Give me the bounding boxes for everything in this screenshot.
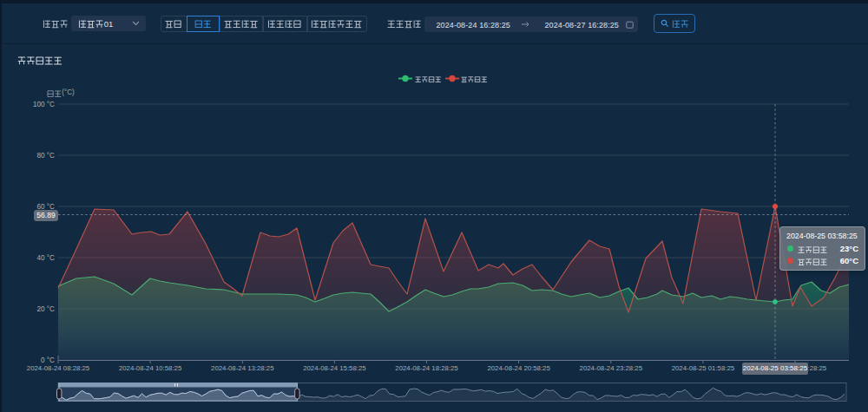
svg-text:2024-08-24 18:28:25: 2024-08-24 18:28:25 (395, 364, 458, 372)
svg-text:2024-08-24 20:58:25: 2024-08-24 20:58:25 (487, 364, 550, 372)
svg-text:2024-08-25 01:58:25: 2024-08-25 01:58:25 (672, 364, 735, 372)
svg-text:2024-08-24 13:28:25: 2024-08-24 13:28:25 (211, 364, 274, 372)
svg-text:0 °C: 0 °C (41, 356, 55, 364)
svg-text:2024-08-24 10:58:25: 2024-08-24 10:58:25 (119, 364, 182, 372)
svg-text:2024-08-24 15:58:25: 2024-08-24 15:58:25 (303, 364, 366, 372)
svg-text:2024-08-24 08:28:25: 2024-08-24 08:28:25 (27, 364, 90, 372)
svg-text:80 °C: 80 °C (36, 152, 55, 160)
svg-text:20 °C: 20 °C (36, 305, 55, 313)
svg-text:40 °C: 40 °C (36, 254, 55, 262)
svg-text:2024-08-24 23:28:25: 2024-08-24 23:28:25 (580, 364, 643, 372)
svg-text:100 °C: 100 °C (33, 101, 55, 108)
